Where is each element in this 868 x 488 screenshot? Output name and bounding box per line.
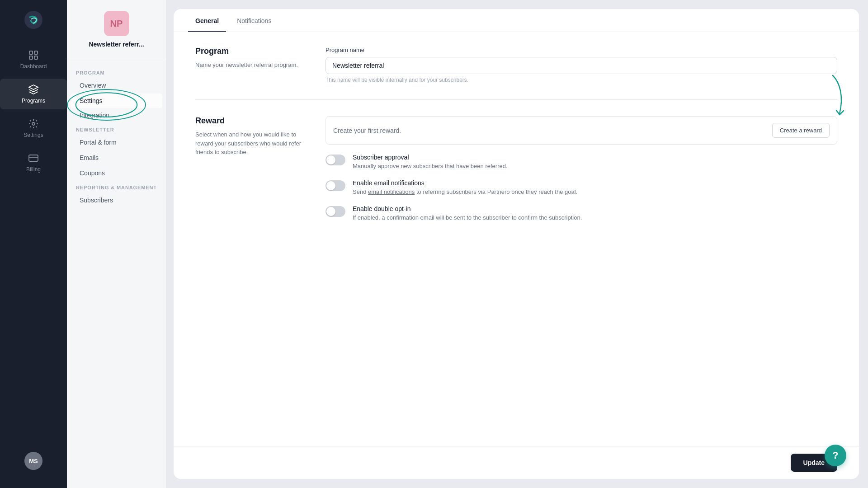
toggle-info-email-notifications: Enable email notifications Send email no… — [353, 179, 577, 196]
reward-section-desc: Reward Select when and how you would lik… — [195, 116, 304, 231]
reward-empty-box-wrapper: Create your first reward. Create a rewar… — [326, 116, 837, 145]
sidebar-item-integration[interactable]: Integration — [71, 108, 162, 122]
program-section-title: Program — [195, 47, 304, 56]
double-optin-desc: If enabled, a confirmation email will be… — [353, 214, 582, 222]
program-section-subtitle: Name your newsletter referral program. — [195, 61, 304, 70]
reward-empty-box: Create your first reward. Create a rewar… — [326, 116, 837, 145]
svg-rect-1 — [29, 51, 33, 54]
user-avatar[interactable]: MS — [24, 452, 42, 470]
email-notifications-toggle[interactable] — [326, 180, 345, 191]
main-panel: General Notifications Program Name your … — [174, 9, 859, 479]
sidebar-item-settings[interactable]: Settings — [0, 113, 67, 144]
program-name: Newsletter referr... — [89, 41, 144, 48]
toggle-info-double-optin: Enable double opt-in If enabled, a confi… — [353, 205, 582, 222]
subscriber-approval-desc: Manually approve new subscribers that ha… — [353, 162, 508, 170]
program-section-form: Program name This name will be visible i… — [326, 47, 837, 83]
sidebar-item-billing[interactable]: Billing — [0, 147, 67, 178]
tab-general[interactable]: General — [188, 9, 226, 32]
sidebar-item-subscribers[interactable]: Subscribers — [71, 193, 162, 207]
reward-section: Reward Select when and how you would lik… — [195, 116, 837, 248]
reward-section-title: Reward — [195, 116, 304, 126]
program-section-desc: Program Name your newsletter referral pr… — [195, 47, 304, 83]
create-reward-button[interactable]: Create a reward — [772, 123, 830, 138]
email-notifications-link[interactable]: email notifications — [368, 188, 415, 195]
reward-section-form: Create your first reward. Create a rewar… — [326, 116, 837, 231]
program-name-hint: This name will be visible internally and… — [326, 77, 837, 83]
sidebar-nav: Dashboard Programs Settings Billing — [0, 44, 67, 452]
tab-notifications[interactable]: Notifications — [230, 9, 278, 32]
main-content: Program Name your newsletter referral pr… — [174, 32, 859, 446]
sidebar-item-dashboard[interactable]: Dashboard — [0, 44, 67, 75]
help-button[interactable]: ? — [825, 445, 846, 466]
svg-point-5 — [32, 122, 35, 125]
sidebar-item-portal-form[interactable]: Portal & form — [71, 135, 162, 150]
tabs-bar: General Notifications — [174, 9, 859, 32]
program-name-label: Program name — [326, 47, 837, 53]
double-optin-label: Enable double opt-in — [353, 205, 582, 212]
svg-rect-3 — [29, 56, 33, 59]
app-logo — [23, 9, 44, 31]
toggle-row-email-notifications: Enable email notifications Send email no… — [326, 179, 837, 196]
section-label-program: PROGRAM — [67, 66, 166, 77]
main-footer: Update — [174, 446, 859, 479]
subscriber-approval-label: Subscriber approval — [353, 154, 508, 161]
email-notifications-label: Enable email notifications — [353, 179, 577, 187]
left-sidebar: Dashboard Programs Settings Billing — [0, 0, 67, 488]
sidebar-item-coupons[interactable]: Coupons — [71, 166, 162, 180]
svg-rect-6 — [29, 155, 38, 161]
toggle-row-subscriber-approval: Subscriber approval Manually approve new… — [326, 154, 837, 170]
program-header: NP Newsletter referr... — [67, 11, 166, 59]
svg-rect-4 — [34, 56, 38, 59]
toggle-row-double-optin: Enable double opt-in If enabled, a confi… — [326, 205, 837, 222]
secondary-sidebar: NP Newsletter referr... PROGRAM Overview… — [67, 0, 166, 488]
reward-empty-text: Create your first reward. — [333, 127, 401, 134]
section-label-reporting: REPORTING & MANAGEMENT — [67, 181, 166, 192]
email-notifications-desc: Send email notifications to referring su… — [353, 188, 577, 196]
section-label-newsletter: NEWSLETTER — [67, 123, 166, 134]
program-avatar: NP — [104, 11, 129, 36]
sidebar-item-programs[interactable]: Programs — [0, 79, 67, 109]
subscriber-approval-toggle[interactable] — [326, 155, 345, 165]
sidebar-item-settings-program[interactable]: Settings — [71, 94, 162, 108]
program-name-input[interactable] — [326, 57, 837, 74]
svg-point-0 — [24, 11, 42, 29]
program-section: Program Name your newsletter referral pr… — [195, 47, 837, 100]
double-optin-toggle[interactable] — [326, 206, 345, 217]
sidebar-item-overview[interactable]: Overview — [71, 78, 162, 93]
svg-rect-2 — [34, 51, 38, 54]
sidebar-item-emails[interactable]: Emails — [71, 150, 162, 165]
toggle-info-subscriber-approval: Subscriber approval Manually approve new… — [353, 154, 508, 170]
reward-section-subtitle: Select when and how you would like to re… — [195, 130, 304, 157]
